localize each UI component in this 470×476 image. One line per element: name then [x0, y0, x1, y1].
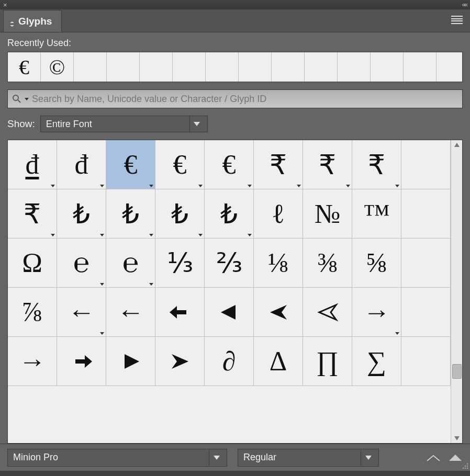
recently-used-row: €©	[7, 52, 463, 82]
glyph-cell[interactable]: đ	[8, 140, 57, 189]
show-row: Show: Entire Font	[7, 116, 463, 132]
panel-menu-icon[interactable]	[451, 16, 463, 24]
glyph-cell[interactable]: ₺	[106, 189, 155, 239]
glyph-cell	[401, 239, 451, 288]
glyph-cell[interactable]: Δ	[254, 337, 303, 386]
glyph-cell[interactable]: ₹	[8, 189, 57, 239]
glyph-cell[interactable]	[106, 337, 155, 386]
recent-glyph-cell[interactable]	[140, 52, 173, 82]
scroll-up-button[interactable]	[451, 140, 462, 150]
glyph-cell[interactable]: Ω	[8, 239, 57, 288]
glyph-cell[interactable]: ⅜	[303, 239, 352, 288]
scroll-down-button[interactable]	[451, 434, 462, 443]
dropdown-button[interactable]	[189, 116, 204, 132]
glyph-cell[interactable]: ₹	[303, 140, 352, 189]
glyph-cell	[401, 140, 451, 189]
glyph-cell[interactable]	[303, 288, 352, 337]
glyph-cell[interactable]: ₺	[57, 189, 106, 239]
dropdown-button[interactable]	[361, 450, 375, 466]
svg-point-2	[467, 463, 468, 464]
scroll-thumb[interactable]	[452, 364, 462, 379]
glyph-cell[interactable]: →	[352, 288, 401, 337]
font-family-value: Minion Pro	[13, 452, 204, 463]
glyph-cell[interactable]	[205, 288, 254, 337]
glyph-cell[interactable]: ₹	[352, 140, 401, 189]
zoom-in-button[interactable]	[448, 454, 463, 462]
alternates-indicator-icon	[149, 283, 153, 286]
font-family-dropdown[interactable]: Minion Pro	[7, 449, 227, 467]
svg-point-3	[465, 466, 466, 467]
glyph-cell[interactable]: ™	[352, 189, 401, 239]
font-style-dropdown[interactable]: Regular	[238, 449, 379, 467]
search-history-icon[interactable]	[25, 98, 29, 100]
recent-glyph-cell[interactable]: ©	[41, 52, 74, 82]
alternates-indicator-icon	[346, 185, 350, 187]
glyph-cell[interactable]: №	[303, 189, 352, 239]
alternates-indicator-icon	[100, 283, 104, 286]
recently-used-label: Recently Used:	[7, 38, 463, 49]
vertical-scrollbar[interactable]	[451, 140, 462, 443]
glyph-cell[interactable]: ₺	[205, 189, 254, 239]
glyph-cell[interactable]: ℮	[106, 239, 155, 288]
show-dropdown[interactable]: Entire Font	[40, 116, 208, 132]
alternates-indicator-icon	[51, 185, 55, 187]
recent-glyph-cell[interactable]: €	[8, 52, 41, 82]
recent-glyph-cell[interactable]	[272, 52, 305, 82]
glyph-cell[interactable]: ∑	[352, 337, 401, 386]
svg-point-0	[13, 95, 18, 100]
search-bar[interactable]	[7, 89, 463, 108]
glyph-cell[interactable]: ∂	[205, 337, 254, 386]
svg-point-5	[463, 468, 464, 469]
glyph-cell[interactable]: €	[155, 140, 205, 189]
footer-bar: Minion Pro Regular	[0, 444, 470, 471]
glyph-cell[interactable]	[254, 288, 303, 337]
close-icon[interactable]: ×	[3, 1, 7, 9]
glyph-cell[interactable]: ←	[106, 288, 155, 337]
alternates-indicator-icon	[51, 234, 55, 236]
glyph-cell[interactable]	[57, 337, 106, 386]
recent-glyph-cell[interactable]	[371, 52, 404, 82]
svg-line-1	[18, 100, 20, 103]
glyph-cell[interactable]: €	[205, 140, 254, 189]
recent-glyph-cell[interactable]	[305, 52, 338, 82]
font-style-value: Regular	[243, 452, 355, 463]
glyph-cell[interactable]: ⅔	[205, 239, 254, 288]
recent-glyph-cell[interactable]	[74, 52, 107, 82]
recent-glyph-cell[interactable]	[404, 52, 437, 82]
glyph-cell[interactable]: ⅝	[352, 239, 401, 288]
collapse-icon[interactable]: ««	[462, 1, 467, 8]
glyph-cell[interactable]: ←	[57, 288, 106, 337]
glyph-cell[interactable]: đ	[57, 140, 106, 189]
recent-glyph-cell[interactable]	[239, 52, 272, 82]
status-bar	[0, 471, 470, 476]
search-icon	[12, 94, 21, 104]
zoom-out-button[interactable]	[426, 454, 441, 462]
recent-glyph-cell[interactable]	[206, 52, 239, 82]
tab-label: Glyphs	[18, 16, 52, 27]
recent-glyph-cell[interactable]	[338, 52, 371, 82]
resize-grip-icon[interactable]	[462, 462, 469, 470]
glyph-cell[interactable]: ⅞	[8, 288, 57, 337]
glyph-cell[interactable]: →	[8, 337, 57, 386]
dropdown-button[interactable]	[209, 450, 223, 466]
alternates-indicator-icon	[198, 185, 203, 187]
glyph-cell[interactable]	[155, 288, 205, 337]
glyph-cell[interactable]: ℓ	[254, 189, 303, 239]
search-input[interactable]	[32, 94, 458, 105]
glyph-cell[interactable]: ⅓	[155, 239, 205, 288]
recent-glyph-cell[interactable]	[173, 52, 206, 82]
alternates-indicator-icon	[248, 234, 252, 236]
tab-glyphs[interactable]: Glyphs	[3, 10, 62, 32]
glyph-cell[interactable]	[155, 337, 205, 386]
glyph-cell[interactable]: ₹	[254, 140, 303, 189]
glyph-cell[interactable]: €	[106, 140, 155, 189]
glyph-cell	[401, 189, 451, 239]
recent-glyph-cell[interactable]	[107, 52, 140, 82]
glyph-grid-container: đđ€€€₹₹₹₹₺₺₺₺ℓ№™Ω℮℮⅓⅔⅛⅜⅝⅞←←→→∂Δ∏∑	[7, 140, 463, 444]
glyph-cell[interactable]: ∏	[303, 337, 352, 386]
alternates-indicator-icon	[395, 332, 399, 335]
glyph-cell[interactable]: ₺	[155, 189, 205, 239]
glyph-cell[interactable]: ⅛	[254, 239, 303, 288]
glyph-cell[interactable]: ℮	[57, 239, 106, 288]
glyph-cell	[401, 337, 451, 386]
